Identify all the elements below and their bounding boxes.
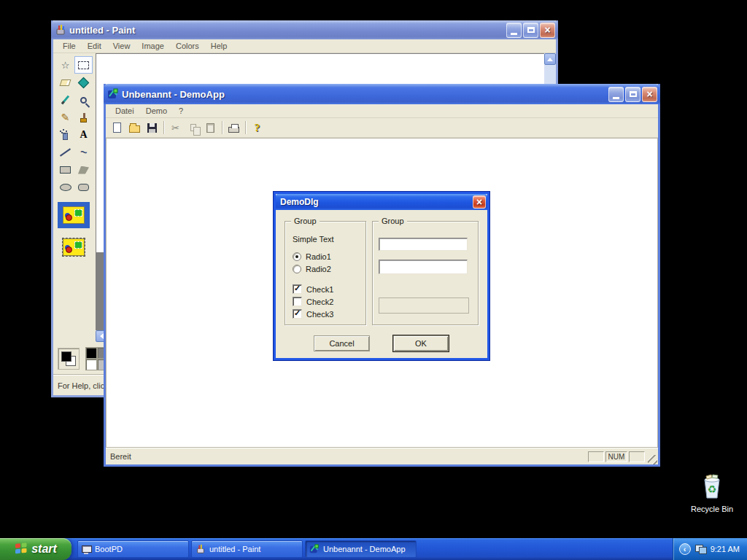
radio2-button[interactable] <box>293 265 301 273</box>
copy-button[interactable] <box>185 120 201 136</box>
taskbar: start BootPD untitled - Paint Unbenannt … <box>0 538 747 560</box>
paint-menu-help[interactable]: Help <box>206 40 233 52</box>
paint-titlebar[interactable]: untitled - Paint × <box>51 20 558 39</box>
paint-app-icon <box>55 24 66 36</box>
taskbar-tasks: BootPD untitled - Paint Unbenannt - Demo… <box>77 540 417 558</box>
foreground-color-swatch <box>61 351 71 362</box>
cancel-button[interactable]: Cancel <box>314 335 370 351</box>
maximize-icon <box>630 91 637 97</box>
tray-collapse-chevron-icon[interactable]: ‹ <box>679 543 691 555</box>
paint-menu-image[interactable]: Image <box>136 40 169 52</box>
status-panel-num: NUM <box>605 451 627 462</box>
rectangle-tool[interactable] <box>56 161 74 179</box>
open-file-button[interactable] <box>126 120 143 136</box>
demodlg-titlebar[interactable]: DemoDlg × <box>276 194 487 210</box>
rounded-rectangle-tool[interactable] <box>74 179 93 196</box>
fill-tool[interactable] <box>74 74 93 91</box>
demoapp-minimize-button[interactable] <box>608 87 624 102</box>
demoapp-menu-datei[interactable]: Datei <box>110 105 139 117</box>
demoapp-maximize-button[interactable] <box>625 87 640 102</box>
taskbar-clock[interactable]: 9:21 AM <box>711 545 740 553</box>
toolbar-separator <box>163 121 164 134</box>
pencil-tool[interactable]: ✎ <box>56 109 74 126</box>
demoapp-menu-help[interactable]: ? <box>174 105 188 117</box>
start-button-label: start <box>31 542 57 556</box>
recycle-bin-desktop-icon[interactable]: ♻ Recycle Bin <box>689 474 735 513</box>
network-status-icon[interactable] <box>695 545 706 553</box>
tool-option-opaque[interactable] <box>58 202 90 228</box>
eyedropper-icon <box>61 96 69 105</box>
magnifier-tool[interactable] <box>74 91 93 109</box>
check1-checkbox[interactable] <box>293 284 302 294</box>
check3-checkbox[interactable] <box>293 309 302 319</box>
help-button[interactable]: ? <box>249 120 266 136</box>
task-button-bootpd[interactable]: BootPD <box>77 540 189 558</box>
demodlg-close-button[interactable]: × <box>473 195 486 209</box>
radio1-button[interactable] <box>293 252 301 261</box>
system-tray: ‹ 9:21 AM <box>673 538 747 560</box>
close-icon: × <box>476 196 482 208</box>
free-form-select-tool[interactable]: ☆ <box>56 56 74 74</box>
paint-toolbox: ☆ ✎ A ~ <box>53 53 96 342</box>
paint-status-text: For Help, click <box>58 381 109 390</box>
palette-color-black[interactable] <box>85 347 97 359</box>
demoapp-status-text: Bereit <box>110 452 131 461</box>
scroll-up-button[interactable] <box>544 53 556 65</box>
new-file-button[interactable] <box>109 120 125 136</box>
demoapp-menu-demo[interactable]: Demo <box>141 105 172 117</box>
paint-maximize-button[interactable] <box>523 23 538 38</box>
eraser-tool[interactable] <box>56 74 74 91</box>
check2-label[interactable]: Check2 <box>306 298 333 306</box>
cut-button[interactable]: ✂ <box>167 120 184 136</box>
paint-close-button[interactable]: × <box>540 23 555 38</box>
paint-minimize-button[interactable] <box>506 23 522 38</box>
right-groupbox-label: Group <box>379 217 407 225</box>
radio1-label[interactable]: Radio1 <box>306 252 331 261</box>
polygon-tool[interactable] <box>74 161 93 179</box>
line-tool[interactable] <box>56 144 74 161</box>
demoapp-app-icon <box>107 88 119 100</box>
check1-label[interactable]: Check1 <box>306 285 333 294</box>
rect-select-tool[interactable] <box>74 56 93 74</box>
help-question-icon: ? <box>255 122 260 134</box>
print-button[interactable] <box>225 120 242 136</box>
save-button[interactable] <box>144 120 160 136</box>
magnifier-icon <box>80 97 87 104</box>
demoapp-close-button[interactable]: × <box>642 87 657 102</box>
paint-menu-edit[interactable]: Edit <box>82 40 107 52</box>
paint-menu-file[interactable]: File <box>58 40 81 52</box>
task-button-paint[interactable]: untitled - Paint <box>191 540 303 558</box>
paint-menu-colors[interactable]: Colors <box>171 40 204 52</box>
arrow-up-icon <box>547 55 553 61</box>
demodlg-body: Group Simple Text Radio1 Radio2 Check1 C… <box>276 210 487 358</box>
radio2-label[interactable]: Radio2 <box>306 265 331 273</box>
tool-option-transparent[interactable] <box>58 234 90 260</box>
ok-button[interactable]: OK <box>393 335 449 351</box>
brush-tool[interactable] <box>74 109 93 126</box>
status-panel-cap <box>588 451 604 462</box>
demoapp-titlebar[interactable]: Unbenannt - DemoApp × <box>104 84 660 104</box>
ellipse-tool[interactable] <box>56 179 74 196</box>
arrow-left-icon <box>97 333 104 339</box>
printer-icon <box>228 127 239 133</box>
right-groupbox: Group <box>372 221 479 325</box>
palette-color-white[interactable] <box>85 359 97 370</box>
check2-checkbox[interactable] <box>293 297 302 306</box>
paste-button[interactable] <box>202 120 219 136</box>
airbrush-tool[interactable] <box>56 126 74 144</box>
text-tool[interactable]: A <box>74 126 93 144</box>
rectangle-icon <box>60 166 71 174</box>
task-button-demoapp[interactable]: Unbenannt - DemoApp <box>305 540 417 558</box>
curve-tool[interactable]: ~ <box>74 144 93 161</box>
text-edit-field[interactable] <box>379 238 468 251</box>
demodlg-title: DemoDlg <box>280 197 473 207</box>
pick-color-tool[interactable] <box>56 91 74 109</box>
start-button[interactable]: start <box>0 538 71 560</box>
check3-label[interactable]: Check3 <box>306 310 333 319</box>
combo-box[interactable] <box>379 260 468 274</box>
ellipse-icon <box>60 184 71 191</box>
paint-menu-view[interactable]: View <box>108 40 136 52</box>
left-groupbox-label: Group <box>291 217 320 225</box>
airbrush-icon <box>63 133 68 140</box>
resize-grip[interactable] <box>648 455 657 464</box>
